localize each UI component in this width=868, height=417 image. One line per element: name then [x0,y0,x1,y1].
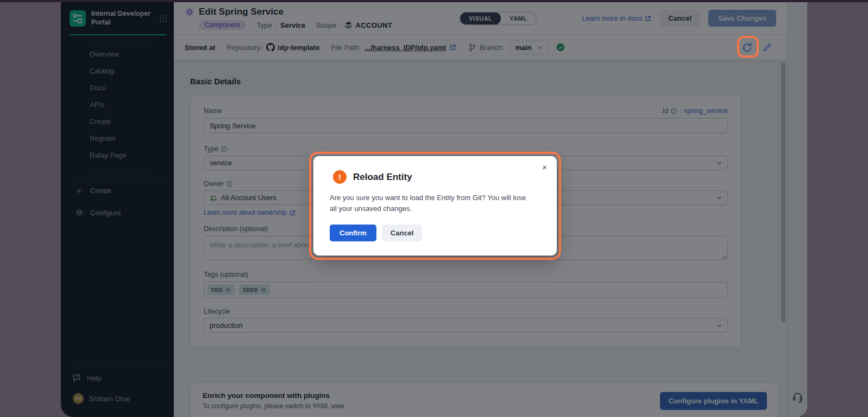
modal-body-text: Are you sure you want to load the Entity… [330,192,540,214]
modal-title: Reload Entity [353,172,412,183]
confirm-button[interactable]: Confirm [330,225,376,241]
reload-entity-modal: × ! Reload Entity Are you sure you want … [313,156,557,256]
page: Internal Developer Portal Overview Catal… [0,0,868,417]
close-icon[interactable]: × [542,163,547,172]
warning-icon: ! [333,170,347,184]
modal-cancel-button[interactable]: Cancel [382,225,423,241]
